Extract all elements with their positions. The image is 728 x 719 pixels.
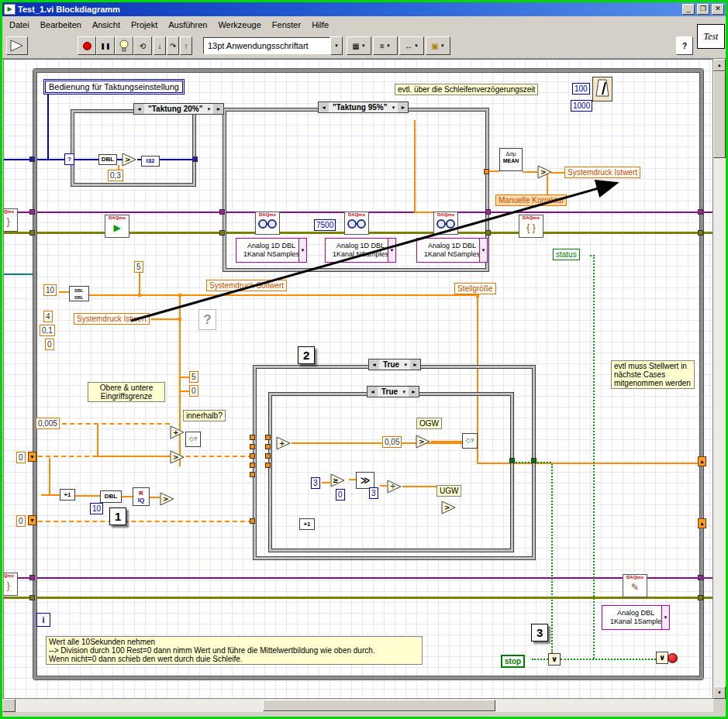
greater-equal-function-icon[interactable]: ≥ [330, 473, 346, 487]
run-button[interactable] [6, 36, 28, 55]
increment-node[interactable]: +1 [299, 518, 315, 530]
select-node[interactable]: ◇? [185, 432, 201, 447]
constant-0-3[interactable]: 0,3 [108, 170, 123, 181]
pane-splitter-box[interactable] [2, 699, 16, 712]
daqmx-read-selector-1[interactable]: Analog 1D DBL 1Kanal NSamples ▼ [236, 238, 307, 263]
free-label-bedienung[interactable]: Bedienung für Taktungseinstellung [45, 81, 183, 93]
loop-iteration-terminal[interactable]: i [36, 613, 50, 627]
shift-register-right[interactable]: ▲ [698, 518, 706, 528]
control-stop[interactable]: stop [501, 655, 525, 668]
daqmx-node-clipped-left-bottom[interactable]: DAQmx { } [3, 573, 18, 596]
scale-node[interactable]: ≫ [356, 472, 374, 489]
horizontal-scrollbar[interactable] [2, 699, 713, 712]
constant-5[interactable]: 5 [134, 261, 143, 273]
to-i32-node[interactable]: I32 [141, 156, 160, 167]
retain-wire-values-button[interactable]: ⟲ [133, 36, 152, 55]
menu-werkzeuge[interactable]: Werkzeuge [212, 18, 266, 32]
pause-button[interactable]: ❚❚ [96, 36, 115, 55]
greater-function-icon[interactable]: > [416, 435, 431, 449]
shift-register-right[interactable]: ▲ [698, 456, 706, 466]
free-label-schleifen-hint[interactable]: evtl. über die Schleifenverzögerungszeit [395, 84, 538, 95]
daqmx-write-selector[interactable]: Analog DBL 1Kanal 1Sample ▼ [602, 605, 670, 630]
chevron-down-icon[interactable]: ▼ [298, 239, 306, 262]
horizontal-scroll-thumb[interactable] [263, 700, 495, 711]
case-next-icon[interactable]: ► [213, 104, 223, 114]
free-label-bottom-note[interactable]: Wert alle 10Sekunden nehmen --> Division… [46, 636, 423, 665]
daqmx-read-node-3[interactable]: DAQmx [433, 212, 458, 235]
constant-5[interactable]: 5 [189, 371, 198, 383]
bundle-node[interactable]: DBL DBL [69, 286, 89, 301]
case-next-icon[interactable]: ► [410, 360, 420, 370]
vertical-scrollbar[interactable]: ▲ ▼ [713, 59, 726, 699]
constant-0-05[interactable]: 0,05 [382, 436, 402, 448]
greater-function-icon[interactable]: > [537, 165, 553, 179]
greater-function-icon[interactable]: > [122, 153, 137, 167]
menu-ausfuehren[interactable]: Ausführen [163, 18, 212, 32]
greater-function-icon[interactable]: > [160, 492, 175, 506]
free-label-eingriffsgrenze[interactable]: Obere & untere Eingriffsgrenze [88, 382, 165, 402]
to-dbl-node[interactable]: DBL [100, 490, 122, 503]
case-header-true-inner[interactable]: ◄ True ▼ ► [367, 386, 419, 397]
reorder-objects-button[interactable]: ▣ ▼ [426, 36, 450, 55]
resize-objects-button[interactable]: ↔ ▼ [399, 36, 424, 55]
case-prev-icon[interactable]: ◄ [319, 102, 329, 112]
daqmx-read-selector-2[interactable]: Analog 1D DBL 1Kanal NSamples ▼ [325, 238, 396, 263]
constant-10[interactable]: 10 [43, 284, 57, 296]
context-help-button[interactable]: ? [676, 36, 693, 55]
case-next-icon[interactable]: ► [398, 102, 408, 112]
constant-0[interactable]: 0 [16, 515, 26, 527]
case-prev-icon[interactable]: ◄ [367, 387, 378, 397]
vi-icon[interactable]: Test [697, 24, 725, 49]
font-selector-dropdown-button[interactable]: ▼ [330, 36, 343, 55]
step-into-button[interactable]: ↓ [154, 36, 166, 55]
constant-0[interactable]: 0 [189, 385, 198, 397]
divide-function-icon[interactable]: ÷ [387, 480, 402, 494]
constant-100[interactable]: 100 [572, 83, 590, 95]
free-label-innerhalb[interactable]: innerhalb? [183, 410, 226, 421]
vertical-scroll-thumb[interactable] [713, 71, 726, 158]
shift-register-left[interactable]: ▼ [28, 452, 36, 462]
distribute-objects-button[interactable]: ≡ ▼ [373, 36, 398, 55]
select-node[interactable]: ◇? [462, 433, 478, 449]
add-function-icon[interactable]: + [170, 425, 185, 439]
step-out-button[interactable]: ↑ [180, 36, 192, 55]
constant-1000[interactable]: 1000 [571, 100, 592, 112]
constant-0[interactable]: 0 [16, 452, 26, 463]
control-systemdruck-sollwert[interactable]: Systemdruck Sollwert [206, 280, 287, 291]
menu-datei[interactable]: Datei [4, 18, 35, 32]
mean-node[interactable]: Δσμ MEAN [499, 148, 523, 171]
case-header-true-outer[interactable]: ◄ True ▼ ► [368, 359, 421, 370]
or-function-node[interactable]: ∨ [656, 652, 668, 664]
to-dbl-node[interactable]: DBL [98, 154, 117, 165]
abort-button[interactable] [78, 36, 96, 55]
question-mark-icon[interactable]: ? [198, 309, 216, 330]
chevron-down-icon[interactable]: ▼ [479, 239, 487, 262]
greater-function-icon[interactable]: > [441, 501, 457, 514]
step-over-button[interactable]: ↷ [167, 36, 179, 55]
close-button[interactable]: ✕ [712, 4, 724, 15]
shift-register-left[interactable]: ▼ [28, 515, 36, 525]
case-header-taktung20[interactable]: ◄ "Taktung 20%" ▼ ► [133, 103, 224, 115]
daqmx-start-task-node[interactable]: DAQmx ▶ [105, 215, 129, 238]
constant-10[interactable]: 10 [90, 503, 103, 514]
daqmx-wait-node[interactable]: DAQmx { } [519, 215, 543, 238]
case-prev-icon[interactable]: ◄ [369, 360, 379, 370]
maximize-button[interactable]: ❐ [697, 4, 709, 15]
sequence-number-3[interactable]: 3 [531, 624, 548, 642]
chevron-down-icon[interactable]: ▼ [661, 606, 669, 629]
align-objects-button[interactable]: ▦ ▼ [347, 36, 371, 55]
constant-0[interactable]: 0 [45, 339, 54, 350]
highlight-execution-button[interactable] [115, 36, 133, 55]
increment-node[interactable]: +1 [60, 489, 75, 501]
or-function-node[interactable]: ∨ [548, 653, 561, 666]
case-prev-icon[interactable]: ◄ [134, 104, 144, 114]
block-diagram-canvas[interactable]: ▼ ▼ ▲ ▲ ◄ "Taktung 20%" ▼ ► ? DBL > I32 … [3, 59, 713, 699]
stop-led-terminal[interactable] [668, 653, 678, 663]
free-label-ugw[interactable]: UGW [436, 485, 461, 497]
control-manuelle-korrektur[interactable]: Manuelle Korrektur [495, 194, 567, 206]
menu-ansicht[interactable]: Ansicht [87, 18, 126, 32]
daqmx-write-node[interactable]: DAQmx ✎ [623, 574, 647, 597]
constant-0-1[interactable]: 0,1 [40, 325, 55, 336]
daqmx-read-node-2[interactable]: DAQmx [344, 212, 369, 235]
minimize-button[interactable]: _ [682, 4, 695, 15]
